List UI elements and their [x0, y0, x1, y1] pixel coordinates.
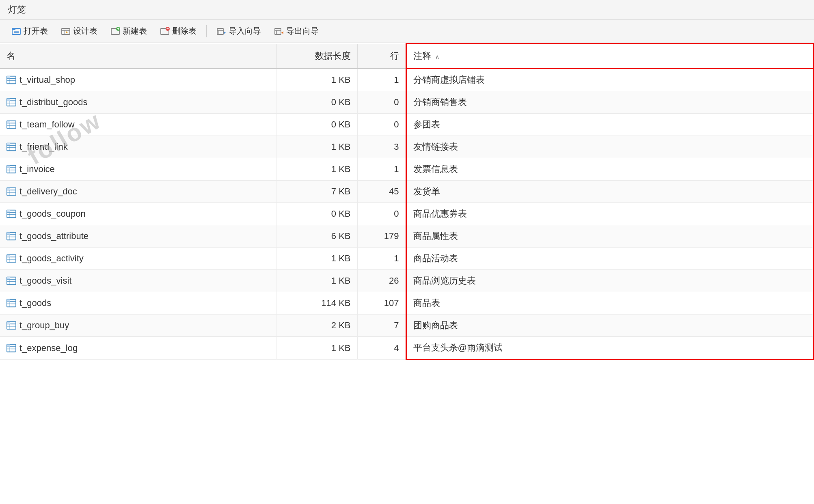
new-table-button[interactable]: 新建表 [106, 23, 152, 39]
cell-size: 6 KB [276, 225, 357, 248]
cell-size: 1 KB [276, 337, 357, 360]
title-bar: 灯笼 [0, 0, 814, 19]
svg-rect-84 [7, 344, 10, 347]
design-table-button[interactable]: 设计表 [56, 23, 102, 39]
table-row[interactable]: t_virtual_shop 1 KB1分销商虚拟店铺表 [0, 69, 814, 91]
table-container: follow 名 数据长度 行 注释 ∧ [0, 43, 814, 504]
open-table-button[interactable]: 打开表 [6, 23, 53, 39]
row-table-icon [6, 276, 16, 286]
table-row[interactable]: t_goods_activity 1 KB1商品活动表 [0, 248, 814, 270]
import-wizard-label: 导入向导 [229, 26, 261, 37]
export-wizard-button[interactable]: 导出向导 [269, 23, 324, 39]
row-table-icon [6, 343, 16, 353]
cell-comment: 平台支头杀@雨滴测试 [406, 337, 814, 360]
table-row[interactable]: t_goods 114 KB107商品表 [0, 292, 814, 314]
cell-size: 0 KB [276, 91, 357, 114]
row-table-icon [6, 164, 16, 174]
table-row[interactable]: t_expense_log 1 KB4平台支头杀@雨滴测试 [0, 337, 814, 360]
svg-rect-24 [7, 76, 10, 79]
cell-rows: 26 [357, 270, 406, 292]
cell-size: 1 KB [276, 136, 357, 158]
cell-size: 0 KB [276, 203, 357, 225]
cell-name: t_team_follow [0, 114, 276, 136]
row-table-icon [6, 142, 16, 152]
new-table-label: 新建表 [123, 26, 147, 37]
delete-table-button[interactable]: 删除表 [155, 23, 201, 39]
export-wizard-icon [274, 26, 284, 36]
svg-rect-17 [275, 28, 281, 34]
row-table-icon [6, 97, 16, 107]
table-row[interactable]: t_friend_link 1 KB3友情链接表 [0, 136, 814, 158]
cell-comment: 分销商虚拟店铺表 [406, 69, 814, 91]
row-table-icon [6, 187, 16, 196]
row-table-name: t_invoice [19, 164, 55, 174]
cell-name: t_goods [0, 292, 276, 314]
row-table-icon [6, 298, 16, 308]
row-table-name: t_goods_coupon [19, 209, 86, 219]
row-table-name: t_goods_activity [19, 253, 84, 264]
import-wizard-button[interactable]: 导入向导 [212, 23, 266, 39]
table-row[interactable]: t_invoice 1 KB1发票信息表 [0, 158, 814, 181]
svg-rect-44 [7, 166, 10, 168]
row-table-icon [6, 209, 16, 219]
cell-rows: 0 [357, 91, 406, 114]
svg-rect-69 [7, 277, 10, 280]
cell-size: 2 KB [276, 314, 357, 337]
cell-rows: 179 [357, 225, 406, 248]
cell-name: t_group_buy [0, 314, 276, 337]
cell-rows: 4 [357, 337, 406, 360]
cell-size: 1 KB [276, 248, 357, 270]
design-table-label: 设计表 [73, 26, 97, 37]
cell-size: 1 KB [276, 69, 357, 91]
cell-comment: 发票信息表 [406, 158, 814, 181]
cell-comment: 发货单 [406, 181, 814, 203]
window-title: 灯笼 [8, 4, 26, 16]
svg-rect-59 [7, 233, 10, 235]
table-row[interactable]: t_team_follow 0 KB0参团表 [0, 114, 814, 136]
col-header-rows: 行 [357, 44, 406, 69]
cell-comment: 参团表 [406, 114, 814, 136]
cell-name: t_goods_coupon [0, 203, 276, 225]
main-window: 灯笼 打开表 设计表 新建表 删除表 [0, 0, 814, 504]
cell-comment: 友情链接表 [406, 136, 814, 158]
table-row[interactable]: t_goods_visit 1 KB26商品浏览历史表 [0, 270, 814, 292]
table-row[interactable]: t_distribut_goods 0 KB0分销商销售表 [0, 91, 814, 114]
cell-name: t_goods_visit [0, 270, 276, 292]
new-table-icon [110, 26, 120, 36]
row-table-icon [6, 120, 16, 129]
cell-rows: 45 [357, 181, 406, 203]
cell-comment: 商品属性表 [406, 225, 814, 248]
row-table-name: t_virtual_shop [19, 75, 75, 85]
row-table-icon [6, 254, 16, 263]
cell-name: t_goods_activity [0, 248, 276, 270]
cell-rows: 0 [357, 114, 406, 136]
delete-table-icon [160, 26, 170, 36]
cell-name: t_friend_link [0, 136, 276, 158]
cell-rows: 107 [357, 292, 406, 314]
table-row[interactable]: t_goods_attribute 6 KB179商品属性表 [0, 225, 814, 248]
cell-rows: 7 [357, 314, 406, 337]
row-table-icon [6, 321, 16, 330]
svg-rect-74 [7, 299, 10, 302]
table-row[interactable]: t_group_buy 2 KB7团购商品表 [0, 314, 814, 337]
col-header-size: 数据长度 [276, 44, 357, 69]
table-row[interactable]: t_goods_coupon 0 KB0商品优惠券表 [0, 203, 814, 225]
row-table-name: t_goods [19, 298, 51, 308]
row-table-name: t_team_follow [19, 119, 75, 130]
cell-name: t_expense_log [0, 337, 276, 360]
import-wizard-icon [216, 26, 226, 36]
svg-rect-4 [62, 28, 70, 34]
open-table-label: 打开表 [24, 26, 48, 37]
cell-size: 114 KB [276, 292, 357, 314]
cell-comment: 商品浏览历史表 [406, 270, 814, 292]
cell-rows: 1 [357, 69, 406, 91]
export-wizard-label: 导出向导 [286, 26, 319, 37]
toolbar-separator [206, 25, 207, 37]
cell-rows: 3 [357, 136, 406, 158]
toolbar: 打开表 设计表 新建表 删除表 导入向导 [0, 19, 814, 43]
table-row[interactable]: t_delivery_doc 7 KB45发货单 [0, 181, 814, 203]
row-table-name: t_delivery_doc [19, 186, 77, 197]
table-header-row: 名 数据长度 行 注释 ∧ [0, 44, 814, 69]
row-table-name: t_expense_log [19, 343, 78, 353]
cell-size: 0 KB [276, 114, 357, 136]
